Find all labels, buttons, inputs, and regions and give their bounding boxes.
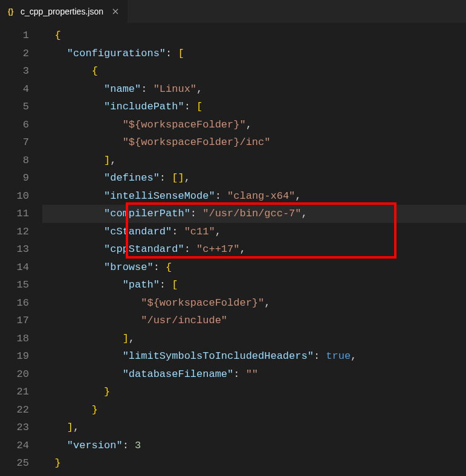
code-line: "intelliSenseMode": "clang-x64", <box>42 187 466 205</box>
line-number: 3 <box>0 62 42 80</box>
code-line: "name": "Linux", <box>42 80 466 98</box>
line-number: 22 <box>0 401 42 419</box>
close-icon[interactable] <box>111 7 120 16</box>
code-line: "/usr/include" <box>42 312 466 330</box>
code-line: "cppStandard": "c++17", <box>42 240 466 259</box>
line-number: 8 <box>0 152 42 170</box>
code-line: ], <box>42 330 466 348</box>
code-line: "defines": [], <box>42 169 466 187</box>
code-line: "includePath": [ <box>42 98 466 116</box>
line-number: 19 <box>0 347 42 365</box>
code-line: "cStandard": "c11", <box>42 223 466 241</box>
code-line: "browse": { <box>42 259 466 277</box>
line-number: 16 <box>0 294 42 312</box>
json-file-icon: {} <box>7 7 17 16</box>
code-line: "path": [ <box>42 276 466 294</box>
tab-active[interactable]: {} c_cpp_properties.json <box>0 0 128 23</box>
line-number: 7 <box>0 133 42 152</box>
line-number: 5 <box>0 98 42 116</box>
line-number: 20 <box>0 365 42 384</box>
code-line: } <box>42 454 466 472</box>
code-line: ], <box>42 419 466 437</box>
line-number: 2 <box>0 45 42 63</box>
code-line: } <box>42 383 466 401</box>
line-number: 23 <box>0 419 42 437</box>
line-number: 13 <box>0 240 42 259</box>
code-line: ], <box>42 152 466 170</box>
line-number: 25 <box>0 454 42 472</box>
code-line: { <box>42 27 466 45</box>
line-number: 24 <box>0 437 42 455</box>
code-line: "limitSymbolsToIncludedHeaders": true, <box>42 347 466 365</box>
code-area[interactable]: { "configurations": [ { "name": "Linux",… <box>42 23 466 476</box>
editor: 1234567891011121314151617181920212223242… <box>0 23 466 476</box>
code-line: "${workspaceFolder}", <box>42 294 466 312</box>
line-number: 11 <box>0 205 42 223</box>
code-line: } <box>42 401 466 419</box>
line-number: 6 <box>0 116 42 134</box>
tab-filename: c_cpp_properties.json <box>21 7 103 16</box>
code-line: "version": 3 <box>42 437 466 455</box>
code-line: "${workspaceFolder}/inc" <box>42 133 466 152</box>
line-number: 1 <box>0 27 42 45</box>
line-number: 4 <box>0 80 42 98</box>
line-number: 18 <box>0 330 42 348</box>
tab-bar: {} c_cpp_properties.json <box>0 0 466 23</box>
line-number: 14 <box>0 259 42 277</box>
line-number: 15 <box>0 276 42 294</box>
line-number: 12 <box>0 223 42 241</box>
line-number: 9 <box>0 169 42 187</box>
code-line: "compilerPath": "/usr/bin/gcc-7", <box>42 205 466 223</box>
code-line: { <box>42 62 466 80</box>
code-line: "${workspaceFolder}", <box>42 116 466 134</box>
line-number: 10 <box>0 187 42 205</box>
code-line: "databaseFilename": "" <box>42 365 466 384</box>
code-line: "configurations": [ <box>42 45 466 63</box>
line-number: 17 <box>0 312 42 330</box>
line-number-gutter: 1234567891011121314151617181920212223242… <box>0 23 42 476</box>
line-number: 21 <box>0 383 42 401</box>
svg-text:{}: {} <box>8 7 14 16</box>
